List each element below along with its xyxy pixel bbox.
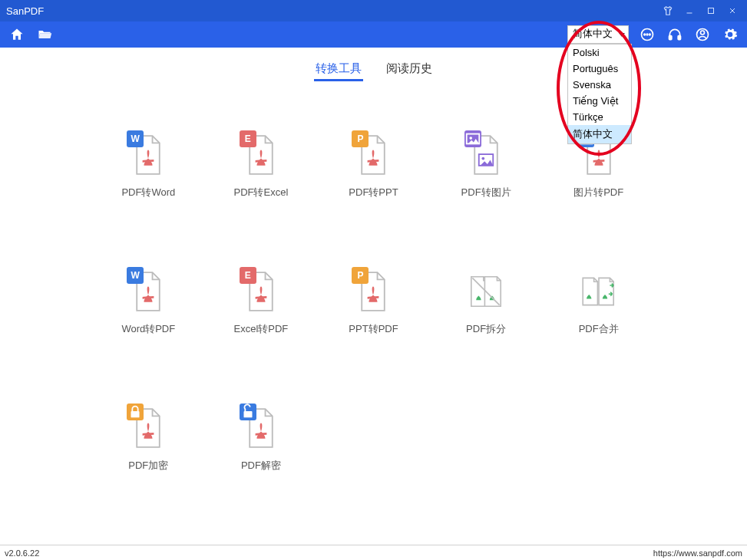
tool-icon: P <box>355 132 392 178</box>
tool-icon: E <box>243 268 279 315</box>
badge-icon <box>127 404 144 420</box>
tool-label: PPT转PDF <box>349 322 398 336</box>
footer: v2.0.6.22 https://www.sanpdf.com <box>0 545 747 560</box>
gear-icon[interactable] <box>721 25 739 44</box>
svg-point-13 <box>482 157 485 160</box>
tool-label: PDF加密 <box>128 459 168 473</box>
svg-rect-19 <box>131 411 140 417</box>
tool-label: PDF转PPT <box>349 186 398 199</box>
tool-label: PDF拆分 <box>466 322 506 336</box>
language-option[interactable]: 简体中文 <box>568 125 631 143</box>
svg-point-11 <box>701 31 705 35</box>
tool-icon: P <box>355 268 392 315</box>
tool-word-to-pdf[interactable]: WWord转PDF <box>121 268 175 336</box>
app-title: SanPDF <box>6 5 44 17</box>
tool-icon: W <box>130 132 167 178</box>
tool-pdf-decrypt[interactable]: PDF解密 <box>241 405 281 473</box>
badge-icon: E <box>240 267 256 284</box>
svg-point-6 <box>646 34 648 35</box>
svg-rect-20 <box>243 411 252 417</box>
version-text: v2.0.6.22 <box>5 548 39 558</box>
tool-excel-to-pdf[interactable]: EExcel转PDF <box>233 268 288 336</box>
language-selected: 简体中文 <box>573 28 613 39</box>
svg-point-7 <box>649 34 651 35</box>
tool-grid: WPDF转WordEPDF转ExcelPPDF转PPTPDF转图片图片转PDFW… <box>0 86 747 473</box>
tool-pdf-to-word[interactable]: WPDF转Word <box>121 132 175 199</box>
footer-url[interactable]: https://www.sanpdf.com <box>653 548 742 558</box>
tool-icon <box>468 268 504 315</box>
tool-label: PDF解密 <box>241 459 281 473</box>
language-option[interactable]: Polski <box>568 44 631 61</box>
tool-pdf-encrypt[interactable]: PDF加密 <box>128 405 168 473</box>
tool-pdf-merge[interactable]: PDF合并 <box>579 268 619 336</box>
svg-rect-8 <box>669 36 672 40</box>
tabs: 转换工具 阅读历史 <box>0 48 747 86</box>
toolbar: 简体中文 PolskiPortuguêsSvenskaTiếng ViệtTür… <box>0 21 747 48</box>
badge-icon: W <box>127 267 144 284</box>
tool-label: 图片转PDF <box>573 186 623 199</box>
headphones-icon[interactable] <box>666 25 684 44</box>
tool-icon <box>580 268 617 315</box>
tool-pdf-to-ppt[interactable]: PPDF转PPT <box>349 132 398 199</box>
svg-rect-9 <box>678 36 680 40</box>
shirt-icon[interactable] <box>659 2 676 19</box>
open-folder-icon[interactable] <box>35 25 54 44</box>
tool-ppt-to-pdf[interactable]: PPPT转PDF <box>349 268 398 336</box>
chat-icon[interactable] <box>638 25 656 44</box>
badge-icon <box>240 404 256 420</box>
language-option[interactable]: Svenska <box>568 77 631 93</box>
tool-icon <box>468 132 504 178</box>
svg-point-15 <box>470 137 473 140</box>
badge-icon: W <box>127 130 144 147</box>
tool-pdf-to-excel[interactable]: EPDF转Excel <box>233 132 288 199</box>
close-icon[interactable] <box>724 2 741 19</box>
tool-label: PDF转Word <box>121 186 175 199</box>
language-option[interactable]: Tiếng Việt <box>568 93 631 109</box>
tool-icon <box>130 405 167 451</box>
svg-point-5 <box>644 34 646 35</box>
tool-icon: W <box>130 268 167 315</box>
svg-rect-1 <box>709 8 714 14</box>
badge-icon: P <box>352 267 369 284</box>
minimize-icon[interactable] <box>681 2 698 19</box>
badge-icon: E <box>240 130 256 147</box>
tool-label: PDF合并 <box>579 322 619 336</box>
tool-label: Excel转PDF <box>233 322 288 336</box>
tool-icon: E <box>243 132 279 178</box>
tab-history[interactable]: 阅读历史 <box>385 58 434 81</box>
language-option[interactable]: Türkçe <box>568 109 631 125</box>
tool-label: Word转PDF <box>121 322 175 336</box>
badge-icon: P <box>352 130 369 147</box>
tool-pdf-to-image[interactable]: PDF转图片 <box>461 132 511 199</box>
titlebar: SanPDF <box>0 0 747 21</box>
tool-label: PDF转图片 <box>461 186 511 199</box>
profile-icon[interactable] <box>693 25 712 44</box>
tool-pdf-split[interactable]: PDF拆分 <box>466 268 506 336</box>
language-menu: PolskiPortuguêsSvenskaTiếng ViệtTürkçe简体… <box>567 44 632 144</box>
maximize-icon[interactable] <box>702 2 719 19</box>
tool-icon <box>243 405 279 451</box>
language-select[interactable]: 简体中文 PolskiPortuguêsSvenskaTiếng ViệtTür… <box>567 25 629 44</box>
tab-convert[interactable]: 转换工具 <box>314 58 363 81</box>
language-option[interactable]: Português <box>568 61 631 77</box>
badge-icon <box>464 130 481 147</box>
home-icon[interactable] <box>8 25 26 44</box>
tool-label: PDF转Excel <box>233 186 288 199</box>
